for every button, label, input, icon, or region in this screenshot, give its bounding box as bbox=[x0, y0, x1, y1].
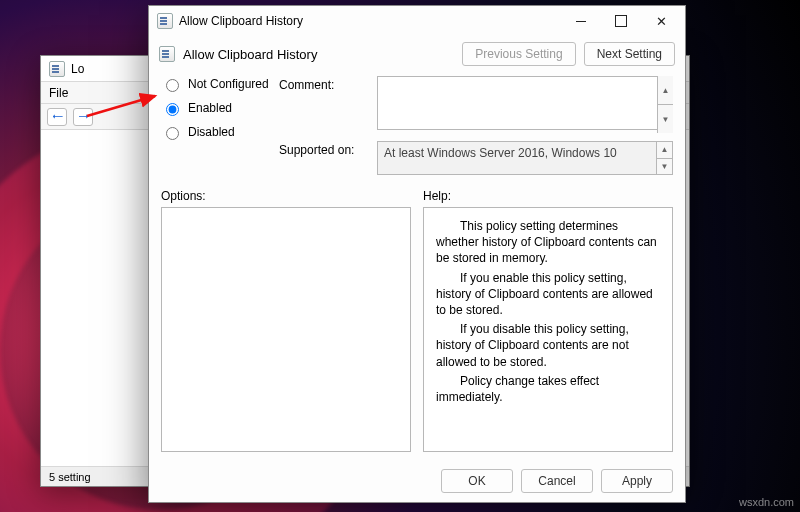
apply-button[interactable]: Apply bbox=[601, 469, 673, 493]
supported-on-text: At least Windows Server 2016, Windows 10 bbox=[384, 146, 617, 160]
help-panel: This policy setting determines whether h… bbox=[423, 207, 673, 452]
radio-disabled[interactable]: Disabled bbox=[161, 124, 271, 140]
radio-disabled-label: Disabled bbox=[188, 125, 235, 139]
supported-scrollbar[interactable]: ▲▼ bbox=[656, 142, 672, 174]
gpedit-title-text: Lo bbox=[71, 56, 84, 82]
radio-enabled[interactable]: Enabled bbox=[161, 100, 271, 116]
radio-enabled-input[interactable] bbox=[166, 103, 179, 116]
comment-label: Comment: bbox=[279, 76, 369, 92]
help-p1: This policy setting determines whether h… bbox=[436, 218, 660, 267]
close-button[interactable] bbox=[641, 7, 681, 35]
nav-forward-button[interactable]: ⭢ bbox=[73, 108, 93, 126]
menu-file[interactable]: File bbox=[49, 82, 68, 103]
watermark: wsxdn.com bbox=[739, 496, 794, 508]
policy-header-icon bbox=[159, 46, 175, 62]
help-p2: If you enable this policy setting, histo… bbox=[436, 270, 660, 319]
help-p4: Policy change takes effect immediately. bbox=[436, 373, 660, 405]
dialog-header: Allow Clipboard History Previous Setting… bbox=[149, 36, 685, 72]
help-p3: If you disable this policy setting, hist… bbox=[436, 321, 660, 370]
comment-scrollbar[interactable]: ▲▼ bbox=[657, 76, 673, 133]
dialog-window-title: Allow Clipboard History bbox=[179, 14, 303, 28]
policy-dialog: Allow Clipboard History Allow Clipboard … bbox=[148, 5, 686, 503]
nav-back-button[interactable]: ⭠ bbox=[47, 108, 67, 126]
radio-disabled-input[interactable] bbox=[166, 127, 179, 140]
policy-icon bbox=[157, 13, 173, 29]
dialog-titlebar[interactable]: Allow Clipboard History bbox=[149, 6, 685, 36]
previous-setting-button[interactable]: Previous Setting bbox=[462, 42, 575, 66]
next-setting-button[interactable]: Next Setting bbox=[584, 42, 675, 66]
gpedit-icon bbox=[49, 61, 65, 77]
supported-label: Supported on: bbox=[279, 141, 369, 157]
state-radio-group: Not Configured Enabled Disabled bbox=[161, 76, 271, 140]
dialog-footer: OK Cancel Apply bbox=[149, 460, 685, 502]
options-label: Options: bbox=[161, 189, 411, 203]
options-panel bbox=[161, 207, 411, 452]
minimize-button[interactable] bbox=[561, 7, 601, 35]
policy-name: Allow Clipboard History bbox=[183, 47, 454, 62]
ok-button[interactable]: OK bbox=[441, 469, 513, 493]
help-label: Help: bbox=[423, 189, 673, 203]
supported-on-box: At least Windows Server 2016, Windows 10… bbox=[377, 141, 673, 175]
radio-not-configured[interactable]: Not Configured bbox=[161, 76, 271, 92]
radio-not-configured-label: Not Configured bbox=[188, 77, 269, 91]
comment-textarea[interactable] bbox=[377, 76, 673, 130]
radio-not-configured-input[interactable] bbox=[166, 79, 179, 92]
maximize-button[interactable] bbox=[601, 7, 641, 35]
cancel-button[interactable]: Cancel bbox=[521, 469, 593, 493]
radio-enabled-label: Enabled bbox=[188, 101, 232, 115]
